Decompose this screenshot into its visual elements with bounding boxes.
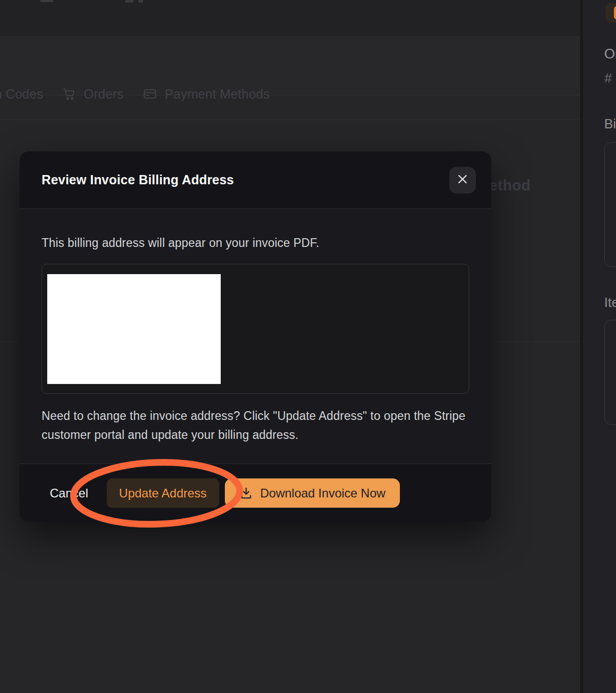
card-divider <box>0 119 580 120</box>
close-button[interactable] <box>449 167 476 194</box>
drawer-items-card <box>604 320 616 425</box>
download-invoice-button[interactable]: Download Invoice Now <box>225 478 400 508</box>
tab-codes[interactable]: Codes <box>6 87 43 102</box>
close-icon <box>456 173 469 187</box>
drawer-order-number: # <box>604 70 611 86</box>
page: n Codes Orders Payment Methods ethod Or <box>0 0 616 693</box>
drawer-billing-card <box>604 142 616 267</box>
modal-description: This billing address will appear on your… <box>42 236 469 250</box>
update-address-button[interactable]: Update Address <box>107 478 219 508</box>
clipped-text-remnant <box>125 0 133 3</box>
modal-title: Review Invoice Billing Address <box>42 172 234 187</box>
cart-icon <box>62 87 76 103</box>
tab-bar: n Codes Orders Payment Methods <box>0 36 580 95</box>
right-drawer: Or # Bil Ite <box>583 0 616 693</box>
billing-address-preview <box>42 264 469 394</box>
clipped-text-remnant <box>138 0 143 3</box>
cancel-button[interactable]: Cancel <box>42 486 99 500</box>
download-button-label: Download Invoice Now <box>260 486 386 500</box>
modal-note: Need to change the invoice address? Clic… <box>42 407 469 444</box>
clipped-text-remnant <box>40 0 53 2</box>
review-invoice-modal: Review Invoice Billing Address This bill… <box>20 151 491 522</box>
modal-footer: Cancel Update Address Download Invoice N… <box>20 464 491 522</box>
modal-body: This billing address will appear on your… <box>20 209 491 464</box>
drawer-action-button[interactable] <box>606 3 616 23</box>
modal-header: Review Invoice Billing Address <box>20 151 491 209</box>
top-strip <box>0 0 580 36</box>
tab-orders[interactable]: Orders <box>84 87 124 102</box>
tab-payment-methods[interactable]: Payment Methods <box>165 87 270 102</box>
drawer-order-heading: Or <box>604 46 616 62</box>
orange-action-icon <box>614 6 616 20</box>
section-heading-partial: ethod <box>489 177 530 194</box>
drawer-billing-heading: Bil <box>604 116 616 132</box>
tab-codes-clipped-prefix: n <box>0 87 2 102</box>
redacted-address-block <box>47 274 221 384</box>
drawer-items-heading: Ite <box>604 295 616 311</box>
download-icon <box>239 486 253 500</box>
credit-card-icon <box>143 87 157 103</box>
